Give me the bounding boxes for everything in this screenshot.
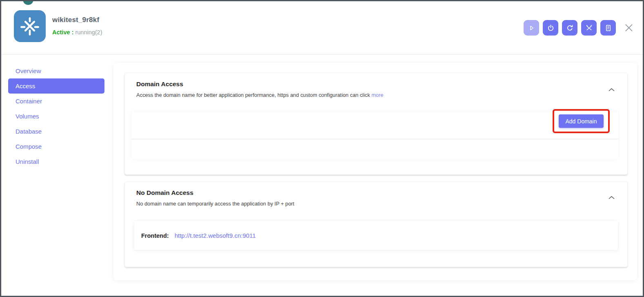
- collapse-domain-access-button[interactable]: [607, 86, 616, 94]
- header-action-bar: [520, 20, 635, 36]
- close-icon: [624, 22, 634, 33]
- restart-icon: [566, 24, 574, 32]
- app-title-block: wikitest_9r8kf Active : running(2): [52, 16, 102, 36]
- sidebar-item-compose[interactable]: Compose: [8, 139, 104, 154]
- asterisk-logo-icon: [19, 16, 40, 37]
- no-domain-access-card: No Domain Access No domain name can temp…: [124, 181, 628, 267]
- app-status: Active : running(2): [52, 29, 102, 36]
- sidebar-item-database[interactable]: Database: [8, 124, 104, 139]
- frontend-label: Frontend:: [141, 232, 169, 239]
- start-app-button[interactable]: [524, 20, 539, 36]
- no-domain-access-title: No Domain Access: [136, 189, 193, 197]
- domain-access-description-text: Access the domain name for better applic…: [136, 92, 371, 98]
- domain-access-card: Domain Access Access the domain name for…: [124, 73, 628, 175]
- domain-access-description: Access the domain name for better applic…: [136, 92, 383, 98]
- app-title: wikitest_9r8kf: [52, 16, 102, 24]
- power-icon: [547, 24, 555, 32]
- tools-icon: [585, 24, 593, 32]
- play-icon: [528, 25, 535, 31]
- more-link[interactable]: more: [371, 92, 383, 98]
- sidebar-item-access[interactable]: Access: [8, 78, 104, 94]
- domain-table-empty-row: [131, 139, 618, 159]
- chevron-up-icon: [608, 87, 615, 92]
- sidebar-item-container[interactable]: Container: [8, 94, 104, 109]
- sidebar-item-overview[interactable]: Overview: [8, 63, 104, 78]
- frontend-url-link[interactable]: http://t.test2.websoft9.cn:9011: [175, 232, 256, 239]
- frontend-access-row: Frontend: http://t.test2.websoft9.cn:901…: [134, 221, 618, 250]
- chevron-up-icon: [608, 195, 615, 200]
- add-domain-button[interactable]: Add Domain: [559, 114, 604, 128]
- no-domain-access-description: No domain name can temporarily access th…: [136, 201, 294, 207]
- journal-icon: [604, 24, 612, 32]
- main-content-panel: Domain Access Access the domain name for…: [113, 63, 637, 280]
- app-icon: [14, 10, 46, 42]
- domain-list-table: [131, 112, 618, 159]
- domain-table-toolbar-row: [131, 112, 618, 139]
- sidebar-item-uninstall[interactable]: Uninstall: [8, 154, 104, 169]
- status-label: Active :: [52, 29, 73, 36]
- window-header: wikitest_9r8kf Active : running(2): [1, 1, 643, 55]
- status-value: running(2): [75, 29, 102, 36]
- red-highlight-box: Add Domain: [553, 109, 610, 133]
- logs-app-button[interactable]: [600, 20, 616, 36]
- app-detail-window: wikitest_9r8kf Active : running(2): [0, 0, 644, 297]
- sidebar-item-volumes[interactable]: Volumes: [8, 109, 104, 124]
- collapse-no-domain-access-button[interactable]: [607, 194, 616, 202]
- sidebar-nav: Overview Access Container Volumes Databa…: [8, 63, 104, 169]
- close-window-button[interactable]: [623, 22, 635, 33]
- domain-access-title: Domain Access: [136, 80, 183, 88]
- repair-app-button[interactable]: [581, 20, 597, 36]
- stop-app-button[interactable]: [543, 20, 558, 36]
- restart-app-button[interactable]: [562, 20, 577, 36]
